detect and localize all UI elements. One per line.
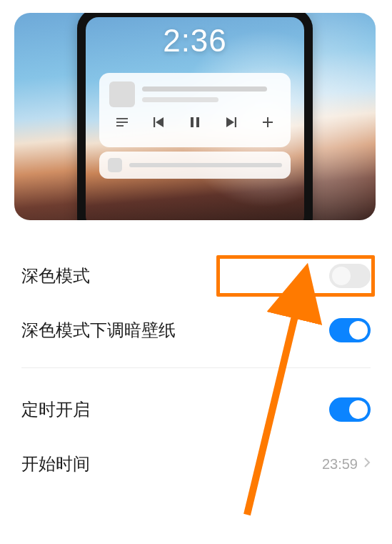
notification-widget — [99, 152, 291, 179]
dim-wallpaper-label: 深色模式下调暗壁纸 — [21, 319, 176, 342]
settings-screen: 2:36 — [0, 0, 392, 544]
schedule-toggle[interactable] — [329, 397, 371, 422]
row-dim-wallpaper: 深色模式下调暗壁纸 — [21, 303, 371, 357]
svg-rect-3 — [154, 117, 155, 127]
dim-wallpaper-toggle[interactable] — [329, 318, 371, 342]
svg-rect-5 — [191, 117, 194, 127]
phone-frame: 2:36 — [77, 13, 313, 220]
start-time-label: 开始时间 — [21, 452, 90, 475]
pause-icon[interactable] — [186, 117, 203, 127]
section-divider — [21, 367, 371, 368]
playlist-icon[interactable] — [114, 118, 131, 127]
svg-marker-7 — [226, 117, 234, 127]
settings-list: 深色模式 深色模式下调暗壁纸 定时开启 开始时间 23:59 — [14, 249, 378, 491]
track-text-placeholder — [142, 86, 281, 102]
svg-rect-6 — [196, 117, 199, 127]
svg-marker-4 — [156, 117, 164, 127]
lockscreen-clock: 2:36 — [86, 23, 304, 59]
dark-mode-label: 深色模式 — [21, 264, 90, 287]
music-controls — [109, 117, 281, 127]
start-time-value: 23:59 — [322, 456, 358, 473]
phone-screen: 2:36 — [86, 17, 304, 220]
plus-icon[interactable] — [259, 117, 276, 127]
svg-rect-8 — [235, 117, 236, 127]
row-dark-mode: 深色模式 — [21, 249, 371, 303]
row-schedule: 定时开启 — [21, 382, 371, 437]
chevron-right-icon — [363, 457, 371, 471]
schedule-label: 定时开启 — [21, 398, 90, 421]
next-track-icon[interactable] — [223, 117, 240, 127]
album-art-placeholder — [109, 81, 135, 107]
music-track-row — [109, 81, 281, 107]
notification-text-line — [129, 163, 282, 167]
notification-app-icon — [108, 158, 122, 172]
previous-track-icon[interactable] — [150, 117, 167, 127]
track-title-line — [142, 86, 267, 92]
lockscreen-preview: 2:36 — [14, 13, 376, 220]
music-widget — [99, 73, 291, 147]
dark-mode-toggle[interactable] — [329, 264, 371, 288]
track-artist-line — [142, 97, 218, 102]
row-start-time[interactable]: 开始时间 23:59 — [21, 437, 371, 491]
